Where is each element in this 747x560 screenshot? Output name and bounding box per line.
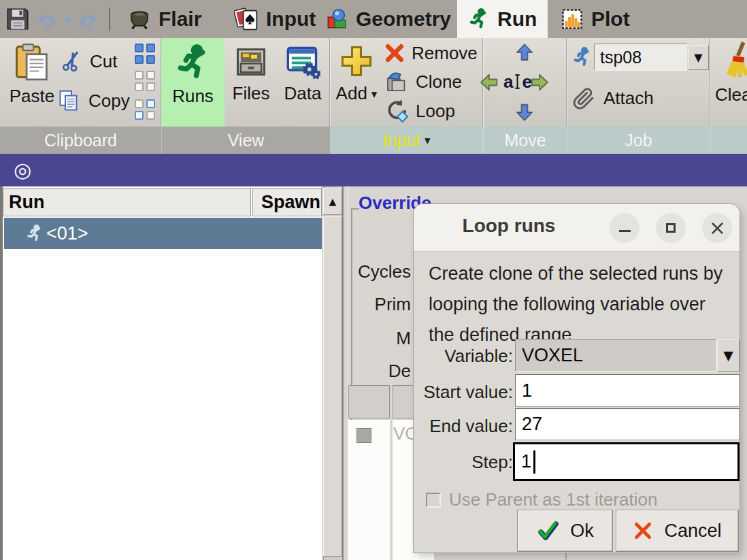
grid-filled-icon — [135, 44, 155, 64]
tab-input[interactable]: Input — [223, 0, 327, 38]
close-icon — [711, 222, 724, 235]
arrow-up-icon — [514, 42, 535, 63]
use-parent-checkbox[interactable] — [426, 493, 441, 508]
loop-icon — [384, 99, 409, 123]
arrow-right-icon — [529, 72, 550, 93]
group-label-input-menu[interactable]: Input ▾ — [330, 127, 483, 154]
group-label-view: View — [161, 127, 330, 154]
maximize-button[interactable] — [656, 213, 686, 243]
dialog-titlebar: Loop runs — [414, 204, 740, 252]
minimize-button[interactable] — [610, 213, 640, 243]
move-right-button[interactable] — [527, 72, 550, 93]
tab-geometry[interactable]: Geometry — [314, 0, 462, 38]
cauldron-icon — [128, 7, 151, 31]
add-label: Add — [336, 83, 367, 104]
tab-flair-label: Flair — [159, 7, 201, 31]
add-caret-icon: ▾ — [371, 87, 378, 101]
run-list-row-selected[interactable]: <01> — [4, 218, 322, 249]
layout-grid-outline-button[interactable] — [132, 68, 158, 94]
minimize-icon — [619, 230, 631, 232]
undo-icon[interactable] — [34, 8, 57, 34]
cancel-x-icon — [633, 521, 653, 541]
end-value-input[interactable] — [515, 408, 740, 440]
run-list-header-spawn: Spawn — [252, 188, 322, 216]
job-group-label: Job — [625, 131, 652, 150]
cut-button[interactable]: Cut — [60, 44, 131, 79]
ok-button[interactable]: Ok — [517, 510, 613, 552]
variable-combobox[interactable]: VOXEL — [515, 339, 717, 372]
copy-button[interactable]: Copy — [57, 83, 132, 118]
dialog-description: Create clone of the selected runs by loo… — [429, 259, 731, 350]
move-group-label: Move — [504, 131, 546, 150]
move-left-button[interactable] — [479, 72, 502, 93]
runs-runner-icon — [175, 42, 212, 83]
redo-icon[interactable] — [78, 8, 101, 34]
use-parent-checkbox-label: Use Parent as 1st iteration — [449, 489, 657, 510]
start-value-input[interactable] — [515, 374, 740, 407]
clone-button[interactable]: Clone — [384, 68, 482, 95]
spawn-column-label: Spawn — [261, 192, 320, 213]
close-button[interactable] — [702, 213, 732, 243]
undo-history-chevron-icon[interactable] — [63, 18, 73, 23]
menubar: Flair Input Geometry Ru — [0, 0, 747, 38]
run-name: <01> — [46, 223, 88, 244]
cancel-label: Cancel — [664, 521, 721, 542]
floppy-icon — [5, 7, 30, 31]
plot-icon — [561, 7, 584, 31]
data-button[interactable]: Data — [278, 42, 327, 124]
clean-button[interactable]: Clean — [712, 39, 747, 125]
flair-app-window: Flair Input Geometry Ru — [0, 0, 747, 560]
cut-label: Cut — [90, 51, 117, 72]
remove-button[interactable]: Remove — [384, 39, 482, 67]
playing-cards-icon — [234, 6, 259, 32]
save-icon[interactable] — [5, 7, 30, 34]
toolbar-group-clipboard: Paste Cut Copy — [0, 38, 161, 127]
tab-run[interactable]: Run — [457, 0, 548, 38]
start-value-label: Start value: — [414, 382, 513, 403]
toolbar-group-view: Runs Files — [161, 38, 330, 127]
grid-outline-icon — [135, 71, 155, 91]
files-button[interactable]: Files — [227, 42, 276, 124]
geometry-icon — [325, 7, 348, 31]
variable-dropdown-button[interactable]: ▼ — [717, 339, 740, 372]
queue-input[interactable]: tsp08 — [594, 44, 687, 71]
tab-run-label: Run — [497, 7, 537, 31]
queue-dropdown-button[interactable]: ▼ — [688, 45, 709, 70]
clone-icon — [384, 69, 409, 94]
tab-flair[interactable]: Flair — [117, 0, 212, 38]
step-input[interactable]: 1 — [513, 442, 740, 481]
runs-button[interactable]: Runs — [161, 38, 225, 127]
ok-check-icon — [536, 520, 559, 542]
data-window-gears-icon — [285, 42, 320, 80]
broom-icon — [721, 39, 747, 82]
text-caret — [533, 450, 535, 474]
files-cabinet-icon — [233, 42, 269, 80]
attach-button[interactable]: Attach — [572, 83, 695, 113]
add-plus-icon — [339, 42, 374, 80]
group-label-clipboard: Clipboard — [0, 127, 161, 154]
dialog-title: Loop runs — [420, 215, 597, 237]
layout-grid-filled-button[interactable] — [132, 41, 158, 67]
move-up-button[interactable] — [514, 42, 535, 65]
target-icon[interactable]: ◎ — [14, 158, 31, 182]
status-ribbon: ◎ — [0, 154, 747, 186]
run-list-header-run: Run — [3, 188, 251, 216]
bg-table-checkbox[interactable] — [356, 428, 371, 443]
defaults-label: De — [275, 361, 411, 382]
job-runner-icon — [572, 46, 593, 71]
scrollbar-up-button[interactable]: ▲ — [323, 188, 342, 215]
add-button[interactable]: Add▾ — [331, 42, 382, 124]
paste-button[interactable]: Paste — [3, 41, 61, 124]
run-column-label: Run — [9, 192, 44, 213]
move-down-button[interactable] — [514, 99, 535, 122]
data-label: Data — [284, 83, 322, 104]
layout-grid-mixed-button[interactable] — [132, 97, 158, 122]
loop-runs-dialog: Loop runs Create clone of the selected r… — [414, 204, 740, 553]
tab-plot[interactable]: Plot — [550, 0, 641, 38]
description-line-2: looping the following variable over — [429, 289, 731, 320]
cancel-button[interactable]: Cancel — [616, 510, 739, 552]
remove-label: Remove — [412, 43, 478, 64]
row-runner-icon — [26, 225, 44, 242]
arrow-down-icon — [514, 102, 535, 122]
loop-button[interactable]: Loop — [384, 97, 482, 125]
